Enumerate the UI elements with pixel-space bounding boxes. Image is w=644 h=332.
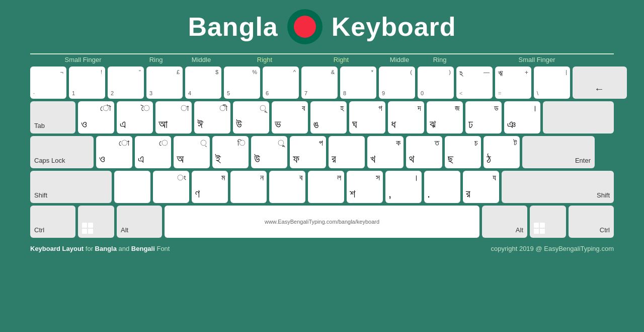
finger-label-ring-right: Ring	[420, 53, 460, 63]
key-8[interactable]: * 8	[340, 67, 376, 99]
key-i[interactable]: গ ঘ	[349, 101, 385, 134]
key-semicolon[interactable]: চ ছ	[445, 136, 481, 168]
row-bottom: Ctrl Alt www.EasyBengaliTyping.com/bangl…	[30, 206, 614, 238]
shift-left-key[interactable]: Shift	[30, 171, 112, 203]
shift-right-key[interactable]: Shift	[502, 171, 614, 203]
key-k[interactable]: ক খ	[367, 136, 404, 168]
key-h[interactable]: প ফ	[290, 136, 326, 168]
key-n[interactable]: ল	[308, 171, 344, 203]
header-title-right: Keyboard	[332, 12, 456, 42]
windows-logo-right	[534, 223, 545, 234]
finger-label-right-1: Right	[226, 53, 303, 63]
key-9[interactable]: ( 9	[379, 67, 415, 99]
key-c[interactable]: ম ণ	[192, 171, 228, 203]
win-left-key[interactable]	[78, 206, 114, 238]
space-key[interactable]: www.EasyBengaliTyping.com/bangla/keyboar…	[165, 206, 479, 238]
keyboard: ¬ · ! 1 " 2 £ 3	[30, 67, 614, 238]
row-qwerty: Tab ৌ ও ৈ এ া আ	[30, 101, 614, 134]
key-q[interactable]: ৌ ও	[78, 101, 114, 134]
key-o[interactable]: দ ধ	[388, 101, 424, 134]
key-y[interactable]: ব ভ	[272, 101, 308, 134]
key-4[interactable]: $ 4	[185, 67, 221, 99]
row-zxcv: Shift x ং ম ণ	[30, 171, 614, 203]
finger-label-right-2: Right	[303, 53, 379, 63]
key-hash[interactable]: | \	[534, 67, 570, 99]
alt-left-key[interactable]: Alt	[117, 206, 162, 238]
alt-right-key[interactable]: Alt	[482, 206, 527, 238]
key-0[interactable]: ) 0	[418, 67, 454, 99]
ctrl-right-key[interactable]: Ctrl	[569, 206, 614, 238]
key-quote[interactable]: ট ঠ	[484, 136, 520, 168]
key-p[interactable]: জ ঝ	[427, 101, 463, 134]
key-period[interactable]: x .	[424, 171, 460, 203]
finger-labels: Small Finger Ring Middle Right Right Mid…	[30, 53, 614, 63]
finger-label-small-left: Small Finger	[30, 53, 136, 63]
footer-left: Keyboard Layout for Bangla and Bengali F…	[30, 245, 170, 252]
key-f[interactable]: ি ই	[212, 136, 249, 168]
enter-key[interactable]: Enter	[522, 136, 595, 168]
ctrl-left-key[interactable]: Ctrl	[30, 206, 75, 238]
key-1[interactable]: ! 1	[69, 67, 105, 99]
header: Bangla Keyboard	[188, 9, 456, 44]
finger-label-small-right: Small Finger	[460, 53, 614, 63]
key-2[interactable]: " 2	[108, 67, 144, 99]
key-v[interactable]: ন	[230, 171, 267, 203]
keyboard-wrapper: Small Finger Ring Middle Right Right Mid…	[30, 53, 614, 252]
key-x[interactable]: ং	[153, 171, 189, 203]
key-7[interactable]: & 7	[301, 67, 338, 99]
key-j[interactable]: x র	[329, 136, 365, 168]
caps-lock-key[interactable]: Caps Lock	[30, 136, 94, 168]
bangladesh-flag	[287, 9, 323, 44]
row-asdf: Caps Lock ো ও ে এ ্ অ	[30, 136, 614, 168]
key-u[interactable]: হ ঙ	[310, 101, 347, 134]
key-l[interactable]: ত থ	[406, 136, 442, 168]
key-5[interactable]: % 5	[224, 67, 260, 99]
row-numbers: ¬ · ! 1 " 2 £ 3	[30, 67, 614, 99]
win-right-key[interactable]	[530, 206, 566, 238]
finger-label-middle-left: Middle	[176, 53, 226, 63]
key-d[interactable]: ্ অ	[174, 136, 210, 168]
finger-label-middle-right: Middle	[379, 53, 420, 63]
enter-area-top	[543, 101, 614, 134]
key-slash[interactable]: য র	[463, 171, 499, 203]
key-open-bracket[interactable]: ড ঢ	[465, 101, 502, 134]
key-z[interactable]: x	[114, 171, 150, 203]
key-w[interactable]: ৈ এ	[117, 101, 153, 134]
finger-label-ring-left: Ring	[136, 53, 176, 63]
footer: Keyboard Layout for Bangla and Bengali F…	[30, 245, 614, 252]
key-equals[interactable]: ঋ + =	[495, 67, 531, 99]
key-t[interactable]: ূ উ	[233, 101, 269, 134]
key-r[interactable]: ী ঈ	[194, 101, 230, 134]
tab-key[interactable]: Tab	[30, 101, 75, 134]
key-backtick[interactable]: ¬ ·	[30, 67, 66, 99]
key-6[interactable]: ^ 6	[263, 67, 299, 99]
header-title-left: Bangla	[188, 12, 278, 42]
key-g[interactable]: ু উ	[251, 136, 287, 168]
key-comma[interactable]: । ,	[385, 171, 422, 203]
key-s[interactable]: ে এ	[135, 136, 171, 168]
key-close-bracket[interactable]: । ঞ	[504, 101, 540, 134]
key-a[interactable]: ো ও	[96, 136, 132, 168]
footer-right: copyright 2019 @ EasyBengaliTyping.com	[491, 245, 614, 252]
key-b[interactable]: ব	[269, 171, 305, 203]
key-e[interactable]: া আ	[155, 101, 192, 134]
windows-logo-left	[82, 223, 93, 234]
backspace-key[interactable]: ←	[573, 67, 627, 99]
key-m[interactable]: স শ	[347, 171, 383, 203]
key-minus[interactable]: ঽ — <	[456, 67, 493, 99]
key-3[interactable]: £ 3	[146, 67, 183, 99]
